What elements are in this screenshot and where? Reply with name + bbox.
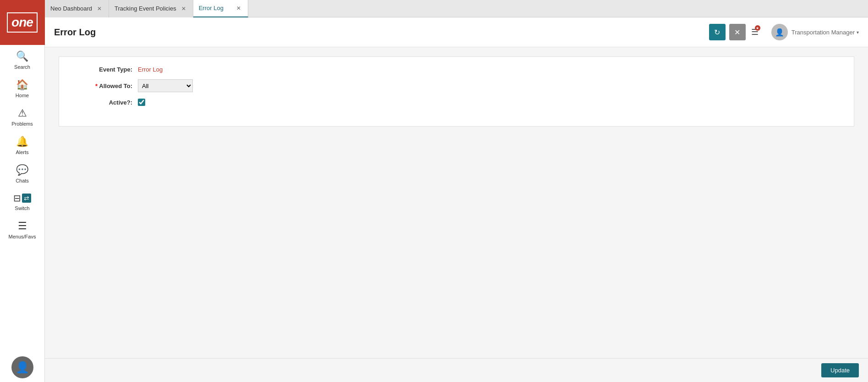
form-section: Event Type: Error Log Allowed To: All Ad… bbox=[59, 56, 854, 127]
content-footer: Update bbox=[45, 358, 868, 382]
content-header: Error Log ↻ ✕ ☰ ★ 👤 Transportation Manag… bbox=[45, 17, 868, 47]
header-actions: ↻ ✕ ☰ ★ 👤 Transportation Manager ▾ bbox=[709, 24, 859, 40]
tab-error-log-label: Error Log bbox=[199, 5, 224, 11]
tab-error-log-close[interactable]: ✕ bbox=[235, 5, 242, 12]
chats-icon: 💬 bbox=[16, 164, 28, 176]
sidebar-item-search[interactable]: 🔍 Search bbox=[0, 45, 44, 73]
chevron-down-icon: ▾ bbox=[857, 30, 859, 35]
logo-text: one bbox=[7, 12, 38, 33]
sidebar-label-switch: Switch bbox=[15, 205, 29, 211]
sidebar-item-switch[interactable]: ⊟ ⇄ Switch bbox=[0, 187, 44, 215]
allowed-to-select[interactable]: All Admin Manager User bbox=[138, 79, 193, 92]
tab-tracking-event-policies-label: Tracking Event Policies bbox=[115, 5, 176, 12]
menus-icon: ☰ bbox=[18, 220, 27, 232]
switch-icons-container: ⊟ ⇄ bbox=[13, 193, 31, 204]
user-avatar-header: 👤 bbox=[771, 24, 788, 40]
sidebar-label-menus: Menus/Favs bbox=[9, 234, 36, 239]
update-button[interactable]: Update bbox=[821, 363, 859, 377]
active-label: Active?: bbox=[73, 99, 132, 106]
sidebar-item-home[interactable]: 🏠 Home bbox=[0, 73, 44, 102]
refresh-icon: ↻ bbox=[714, 28, 720, 37]
form-row-allowed-to: Allowed To: All Admin Manager User bbox=[73, 79, 840, 92]
problems-icon: ⚠ bbox=[18, 107, 27, 119]
user-section: 👤 Transportation Manager ▾ bbox=[771, 24, 859, 40]
form-row-active: Active?: bbox=[73, 99, 840, 106]
close-button[interactable]: ✕ bbox=[729, 24, 746, 40]
form-row-event-type: Event Type: Error Log bbox=[73, 66, 840, 73]
event-type-value: Error Log bbox=[138, 66, 163, 73]
allowed-to-label: Allowed To: bbox=[73, 83, 132, 89]
notification-dot: ★ bbox=[755, 25, 760, 31]
alerts-icon: 🔔 bbox=[16, 136, 28, 148]
sidebar-bottom: 👤 bbox=[0, 353, 44, 382]
event-type-label: Event Type: bbox=[73, 66, 132, 73]
switch-stack-icon: ⊟ bbox=[13, 193, 21, 204]
refresh-button[interactable]: ↻ bbox=[709, 24, 726, 40]
page-title: Error Log bbox=[54, 27, 709, 38]
active-checkbox[interactable] bbox=[138, 99, 145, 106]
user-avatar-sidebar[interactable]: 👤 bbox=[11, 356, 33, 378]
sidebar-item-problems[interactable]: ⚠ Problems bbox=[0, 102, 44, 130]
content-area: Event Type: Error Log Allowed To: All Ad… bbox=[45, 47, 868, 358]
tab-neo-dashboard-label: Neo Dashboard bbox=[50, 5, 92, 12]
sidebar-item-menus[interactable]: ☰ Menus/Favs bbox=[0, 215, 44, 243]
main-content: Neo Dashboard ✕ Tracking Event Policies … bbox=[45, 0, 868, 382]
sidebar-label-problems: Problems bbox=[11, 121, 33, 127]
tab-bar: Neo Dashboard ✕ Tracking Event Policies … bbox=[45, 0, 868, 17]
sidebar: one 🔍 Search 🏠 Home ⚠ Problems 🔔 Alerts … bbox=[0, 0, 45, 382]
sidebar-label-chats: Chats bbox=[16, 178, 29, 183]
tab-tracking-event-policies[interactable]: Tracking Event Policies ✕ bbox=[109, 0, 193, 17]
close-icon: ✕ bbox=[734, 28, 740, 37]
sidebar-label-search: Search bbox=[14, 64, 30, 70]
user-dropdown[interactable]: Transportation Manager ▾ bbox=[792, 29, 859, 36]
sidebar-item-chats[interactable]: 💬 Chats bbox=[0, 159, 44, 187]
notification-star-icon: ★ bbox=[756, 26, 759, 30]
tab-tracking-event-policies-close[interactable]: ✕ bbox=[180, 5, 187, 12]
tab-neo-dashboard-close[interactable]: ✕ bbox=[96, 5, 103, 12]
menu-button[interactable]: ☰ ★ bbox=[749, 25, 760, 39]
tab-neo-dashboard[interactable]: Neo Dashboard ✕ bbox=[45, 0, 109, 17]
home-icon: 🏠 bbox=[16, 79, 28, 91]
sidebar-label-home: Home bbox=[16, 93, 29, 98]
search-icon: 🔍 bbox=[16, 50, 28, 62]
sidebar-item-alerts[interactable]: 🔔 Alerts bbox=[0, 130, 44, 159]
switch-arrow-icon: ⇄ bbox=[22, 194, 31, 203]
user-role-label: Transportation Manager bbox=[792, 29, 855, 36]
sidebar-label-alerts: Alerts bbox=[16, 149, 28, 155]
app-logo[interactable]: one bbox=[0, 0, 45, 45]
tab-error-log[interactable]: Error Log ✕ bbox=[193, 0, 248, 17]
